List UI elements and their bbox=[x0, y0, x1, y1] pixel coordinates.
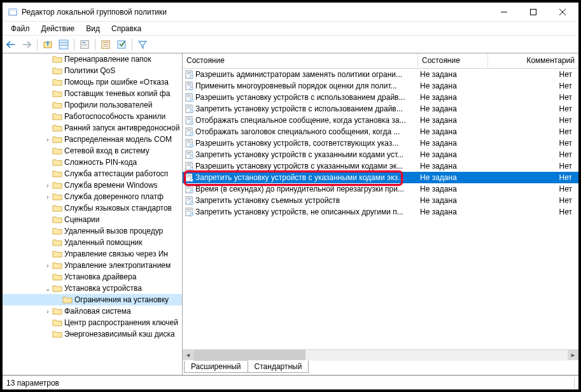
tree-item[interactable]: Управление связью через Ин bbox=[3, 248, 182, 260]
tree-item[interactable]: Служба аттестации работосп bbox=[3, 168, 182, 179]
svg-rect-56 bbox=[187, 175, 191, 176]
minimize-button[interactable] bbox=[489, 3, 519, 22]
tree-item[interactable]: Помощь при ошибке «Отказа bbox=[3, 76, 182, 88]
details-button[interactable] bbox=[99, 38, 113, 52]
list-body[interactable]: Разрешить администраторам заменять полит… bbox=[183, 69, 578, 349]
tree-item[interactable]: ›Управление электропитанием bbox=[3, 260, 182, 271]
tree-item[interactable]: Перенаправление папок bbox=[3, 53, 182, 65]
svg-rect-21 bbox=[187, 74, 191, 74]
tree-item[interactable]: Сценарии bbox=[3, 214, 182, 225]
tree-item[interactable]: Политики QoS bbox=[3, 65, 182, 76]
policy-name: Отображать заголовок специального сообще… bbox=[195, 127, 400, 136]
column-name[interactable]: Состояние bbox=[183, 53, 418, 68]
tree-item-label: Помощь при ошибке «Отказа bbox=[64, 78, 169, 87]
help-button[interactable] bbox=[115, 38, 129, 52]
policy-comment: Нет bbox=[488, 70, 578, 79]
maximize-button[interactable] bbox=[519, 3, 548, 22]
policy-row[interactable]: Время (в секундах) до принудительной пер… bbox=[183, 183, 578, 195]
tree-expander-icon[interactable]: › bbox=[43, 182, 52, 189]
policy-row[interactable]: Разрешить установку устройств, соответст… bbox=[183, 137, 578, 149]
menu-help[interactable]: Справка bbox=[106, 23, 146, 34]
column-state[interactable]: Состояние bbox=[418, 53, 488, 68]
policy-row[interactable]: Запретить установку съемных устройствНе … bbox=[183, 195, 578, 206]
horizontal-scrollbar[interactable]: ◄ ► bbox=[183, 349, 578, 360]
tree-item[interactable]: Профили пользователей bbox=[3, 99, 182, 111]
svg-rect-29 bbox=[187, 97, 191, 97]
policy-row[interactable]: Запретить установку устройств с указанны… bbox=[183, 172, 578, 183]
tree-item[interactable]: Удаленный помощник bbox=[3, 237, 182, 248]
policy-row[interactable]: Разрешить администраторам заменять полит… bbox=[183, 69, 578, 80]
tree-expander-icon[interactable]: › bbox=[43, 308, 52, 315]
filter-button[interactable] bbox=[136, 38, 150, 52]
svg-rect-33 bbox=[187, 108, 191, 109]
menu-view[interactable]: Вид bbox=[81, 23, 105, 34]
policy-name: Разрешить установку устройств, соответст… bbox=[195, 139, 398, 148]
policy-state: Не задана bbox=[418, 207, 488, 216]
policy-row[interactable]: Отображать заголовок специального сообще… bbox=[183, 126, 578, 137]
policy-row[interactable]: Разрешить установку устройств с указанны… bbox=[183, 160, 578, 172]
tree-item-label: Установка драйвера bbox=[64, 272, 136, 281]
list-view-button[interactable] bbox=[57, 38, 71, 52]
policy-row[interactable]: Отображать специальное сообщение, когда … bbox=[183, 115, 578, 126]
tree-item[interactable]: Сложность PIN-кода bbox=[3, 157, 182, 168]
column-comment[interactable]: Комментарий bbox=[488, 53, 578, 68]
policy-name: Запретить установку устройств с указанны… bbox=[195, 173, 404, 182]
policy-row[interactable]: Запретить установку устройств, не описан… bbox=[183, 206, 578, 218]
policy-name-cell: Отображать специальное сообщение, когда … bbox=[183, 116, 418, 125]
tree-item[interactable]: Работоспособность хранили bbox=[3, 111, 182, 122]
policy-row[interactable]: Разрешить установку устройств с использо… bbox=[183, 92, 578, 103]
tree-item[interactable]: Энергонезависимый кэш диска bbox=[3, 328, 182, 340]
policy-comment: Нет bbox=[488, 93, 578, 102]
tree-item[interactable]: Службы языковых стандартов bbox=[3, 202, 182, 214]
tree-item-label: Управление электропитанием bbox=[64, 261, 171, 270]
tree-expander-icon[interactable]: › bbox=[43, 193, 52, 200]
tree-panel[interactable]: Перенаправление папокПолитики QoSПомощь … bbox=[3, 53, 183, 375]
tree-item[interactable]: Ранний запуск антивредоносной bbox=[3, 122, 182, 134]
scroll-left-arrow[interactable]: ◄ bbox=[183, 350, 193, 361]
folder-icon bbox=[52, 284, 62, 293]
toolbar-separator bbox=[132, 39, 132, 50]
tree-item[interactable]: ›Файловая система bbox=[3, 305, 182, 317]
menu-action[interactable]: Действие bbox=[36, 23, 80, 34]
policy-row[interactable]: Запретить установку устройств с использо… bbox=[183, 103, 578, 115]
svg-rect-53 bbox=[187, 165, 191, 166]
tree-item[interactable]: Удаленный вызов процедур bbox=[3, 225, 182, 237]
close-button[interactable] bbox=[548, 3, 577, 22]
tree-item-label: Распределенная модель COM bbox=[64, 135, 172, 144]
svg-point-46 bbox=[190, 144, 193, 148]
svg-rect-68 bbox=[187, 209, 191, 210]
tree-item[interactable]: ⌄Установка устройства bbox=[3, 283, 182, 294]
policy-row[interactable]: Применить многоуровневый порядок оценки … bbox=[183, 80, 578, 92]
scroll-thumb[interactable] bbox=[193, 350, 305, 361]
back-button[interactable] bbox=[4, 38, 18, 52]
tab-standard[interactable]: Стандартный bbox=[248, 360, 309, 373]
tree-item[interactable]: Поставщик теневых копий фа bbox=[3, 88, 182, 99]
tree-item[interactable]: ›Служба доверенного платф bbox=[3, 191, 182, 202]
tree-item[interactable]: ›Распределенная модель COM bbox=[3, 134, 182, 145]
properties-button[interactable] bbox=[78, 38, 92, 52]
tree-expander-icon[interactable]: ⌄ bbox=[43, 285, 52, 292]
tree-item[interactable]: Сетевой вход в систему bbox=[3, 145, 182, 157]
tree-item[interactable]: Установка драйвера bbox=[3, 271, 182, 283]
tree-item[interactable]: Ограничения на установку bbox=[3, 294, 182, 305]
scroll-right-arrow[interactable]: ► bbox=[568, 350, 578, 361]
menu-file[interactable]: Файл bbox=[6, 23, 35, 34]
tree-item[interactable]: Центр распространения ключей bbox=[3, 317, 182, 328]
tree-expander-icon[interactable]: › bbox=[43, 136, 52, 143]
policy-row[interactable]: Запретить установку устройств с указанны… bbox=[183, 149, 578, 160]
tree-item-label: Установка устройства bbox=[64, 284, 142, 293]
tree-expander-icon[interactable]: › bbox=[43, 262, 52, 269]
svg-rect-12 bbox=[82, 44, 87, 45]
folder-icon bbox=[52, 112, 62, 121]
statusbar: 13 параметров bbox=[3, 375, 578, 389]
forward-button[interactable] bbox=[20, 38, 34, 52]
tree-item[interactable]: ›Служба времени Windows bbox=[3, 179, 182, 191]
svg-rect-25 bbox=[187, 85, 191, 86]
policy-state: Не задана bbox=[418, 150, 488, 159]
up-button[interactable] bbox=[41, 38, 55, 52]
policy-icon bbox=[185, 70, 193, 79]
tree-item-label: Сценарии bbox=[64, 215, 99, 224]
scroll-track[interactable] bbox=[193, 350, 568, 361]
tree-item-label: Центр распространения ключей bbox=[64, 318, 178, 327]
tab-extended[interactable]: Расширенный bbox=[184, 361, 248, 373]
